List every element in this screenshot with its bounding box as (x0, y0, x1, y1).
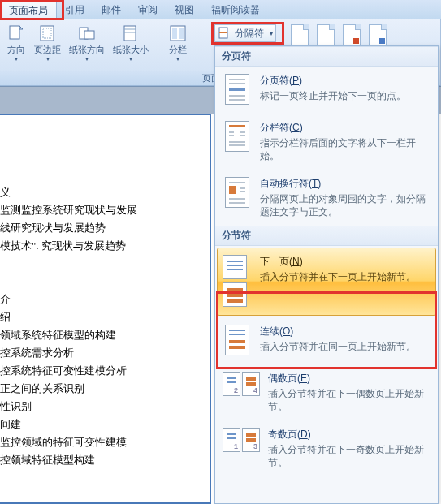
page-icon[interactable] (369, 24, 387, 45)
page-icon[interactable] (317, 24, 335, 45)
paper-size-icon (121, 24, 141, 43)
document-area: 义 监测监控系统研究现状与发展 线研究现状与发展趋势 模技术". 究现状与发展趋… (0, 114, 211, 504)
item-text-wrapping-break[interactable]: 自动换行符(T) 分隔网页上的对象周围的文字，如分隔题注文字与正文。 (215, 170, 438, 226)
chevron-down-icon: ▾ (46, 56, 50, 62)
btn-columns[interactable]: 分栏 ▾ (165, 21, 191, 63)
text-wrapping-icon (223, 177, 252, 209)
breaks-icon (218, 27, 231, 40)
breaks-dropdown: 分页符 分页符(P) 标记一页终止并开始下一页的点。 分栏符(C) 指示分栏符后… (214, 45, 439, 504)
tab-foxit[interactable]: 福昕阅读器 (203, 0, 269, 19)
item-odd-page[interactable]: 1 3 奇数页(D) 插入分节符并在下一奇数页上开始新节。 (215, 420, 438, 476)
orientation-icon (6, 24, 26, 43)
section-page-breaks: 分页符 (215, 46, 438, 67)
chevron-down-icon: ▾ (176, 56, 179, 62)
svg-rect-9 (172, 28, 177, 39)
tab-page-layout[interactable]: 页面布局 (0, 1, 57, 19)
btn-orientation[interactable]: 方向 ▾ (3, 21, 29, 63)
tab-references[interactable]: 引用 (57, 0, 93, 19)
chevron-down-icon: ▾ (270, 30, 273, 37)
btn-breaks[interactable]: 分隔符 ▾ (214, 24, 276, 42)
tab-mailings[interactable]: 邮件 (93, 0, 130, 19)
btn-paper-size[interactable]: 纸张大小 ▾ (110, 21, 152, 63)
column-break-icon (223, 121, 252, 153)
even-page-icon: 2 4 (223, 372, 260, 404)
section-section-breaks: 分节符 (215, 226, 438, 246)
columns-icon (168, 24, 188, 43)
page-icon[interactable] (291, 24, 309, 45)
chevron-down-icon: ▾ (85, 56, 89, 62)
item-continuous[interactable]: 连续(O) 插入分节符并在同一页上开始新节。 (215, 317, 438, 364)
tab-review[interactable]: 审阅 (130, 0, 166, 19)
chevron-down-icon: ▾ (129, 56, 132, 62)
continuous-icon (223, 325, 252, 357)
item-page-break[interactable]: 分页符(P) 标记一页终止并开始下一页的点。 (215, 67, 438, 114)
ribbon-extra-icons (291, 24, 387, 45)
ribbon-tabs: 页面布局 引用 邮件 审阅 视图 福昕阅读器 (0, 0, 441, 19)
odd-page-icon: 1 3 (223, 428, 260, 460)
svg-rect-0 (10, 26, 19, 39)
chevron-down-icon: ▾ (15, 56, 18, 62)
svg-rect-5 (124, 26, 136, 41)
page-break-icon (223, 74, 252, 106)
tab-view[interactable]: 视图 (166, 0, 203, 19)
next-page-icon (223, 255, 252, 307)
item-next-page[interactable]: 下一页(N) 插入分节符并在下一页上开始新节。 (217, 248, 436, 316)
svg-rect-4 (84, 31, 94, 39)
item-even-page[interactable]: 2 4 偶数页(E) 插入分节符并在下一偶数页上开始新节。 (215, 364, 438, 420)
btn-margins[interactable]: 页边距 ▾ (31, 21, 64, 63)
page-icon[interactable] (343, 24, 361, 45)
svg-rect-10 (179, 28, 184, 39)
margins-icon (38, 24, 58, 43)
item-column-break[interactable]: 分栏符(C) 指示分栏符后面的文字将从下一栏开始。 (215, 114, 438, 170)
paper-orientation-icon (77, 24, 97, 43)
btn-paper-orientation[interactable]: 纸张方向 ▾ (66, 21, 108, 63)
